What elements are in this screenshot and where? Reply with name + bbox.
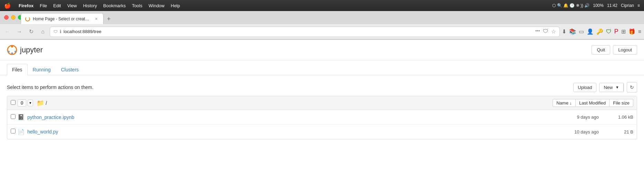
tab-files[interactable]: Files xyxy=(7,64,28,75)
file-list: 0 ▾ 📁 / Name ↓ Last Modified File size 📓… xyxy=(7,96,637,139)
file-size-python: 21 B xyxy=(606,129,633,135)
more-options-icon[interactable]: ••• xyxy=(535,28,540,35)
file-select-notebook[interactable] xyxy=(11,114,16,119)
vpn-icon[interactable]: 🛡 xyxy=(606,29,612,35)
tab-close-button[interactable]: × xyxy=(94,16,99,22)
tab-bar-container: Home Page - Select or create a × + xyxy=(0,11,644,24)
svg-point-1 xyxy=(11,46,13,48)
menubar-app[interactable]: Firefox xyxy=(16,2,36,9)
new-tab-button[interactable]: + xyxy=(104,14,114,24)
sort-modified-button[interactable]: Last Modified xyxy=(576,99,609,107)
sort-name-button[interactable]: Name ↓ xyxy=(553,99,576,107)
extensions-icon[interactable]: ⊞ xyxy=(621,28,626,35)
menubar-edit[interactable]: Edit xyxy=(50,2,64,9)
pinterest-icon[interactable]: P xyxy=(614,28,618,35)
back-button[interactable]: ← xyxy=(3,27,12,37)
file-name-notebook[interactable]: python_practice.ipynb xyxy=(27,115,544,120)
reload-button[interactable]: ↻ xyxy=(26,27,36,37)
battery-indicator: 100% xyxy=(593,3,604,8)
jupyter-logo-icon xyxy=(7,45,17,55)
browser-toolbar-icons: ⬇ 📚 ▭ 👤 🔑 🛡 P ⊞ 🎁 ≡ xyxy=(562,28,641,35)
minimize-window-button[interactable] xyxy=(11,15,16,20)
quit-button[interactable]: Quit xyxy=(592,45,610,54)
menubar-help[interactable]: Help xyxy=(168,2,183,9)
new-button[interactable]: New ▼ xyxy=(599,83,624,92)
clock: 11:42 xyxy=(607,3,617,8)
address-actions: ••• 🛡 ☆ xyxy=(535,28,556,35)
toolbar-right: Upload New ▼ ↻ xyxy=(573,82,637,92)
menubar-file[interactable]: File xyxy=(37,2,50,9)
file-date-python: 10 days ago xyxy=(544,129,599,135)
menu-icon[interactable]: ≡ xyxy=(638,29,641,35)
file-checkbox-python[interactable] xyxy=(11,129,18,135)
jupyter-header-buttons: Quit Logout xyxy=(592,45,637,54)
menubar-icons: ⬡ 🔍 🔔 🕐 ❄ )) 🔊 xyxy=(552,3,589,8)
select-all-checkbox[interactable] xyxy=(11,100,18,106)
jupyter-page: jupyter Quit Logout Files Running Cluste… xyxy=(0,40,644,185)
logout-button[interactable]: Logout xyxy=(613,45,637,54)
tab-clusters[interactable]: Clusters xyxy=(56,64,84,75)
file-date-notebook: 9 days ago xyxy=(544,115,599,120)
file-row-notebook: 📓 python_practice.ipynb 9 days ago 1.06 … xyxy=(7,110,637,125)
jupyter-logo: jupyter xyxy=(7,45,43,55)
selection-dropdown[interactable]: ▾ xyxy=(28,100,33,106)
tab-running[interactable]: Running xyxy=(28,64,56,75)
menubar: 🍎 Firefox File Edit View History Bookmar… xyxy=(0,0,644,11)
new-button-group: New ▼ xyxy=(599,83,624,92)
select-all-input[interactable] xyxy=(11,100,16,105)
upload-button[interactable]: Upload xyxy=(573,83,596,92)
python-file-icon: 📄 xyxy=(18,129,25,135)
address-bar-row: ← → ↻ ⌂ 🛡 ℹ localhost:8889/tree ••• 🛡 ☆ … xyxy=(0,24,644,39)
svg-point-4 xyxy=(14,51,17,53)
jupyter-logo-text: jupyter xyxy=(20,46,43,54)
menubar-right: ⬡ 🔍 🔔 🕐 ❄ )) 🔊 100% 11:42 Ciprian ≡ xyxy=(552,3,640,8)
sidebar-icon[interactable]: ▭ xyxy=(579,28,584,35)
file-select-python[interactable] xyxy=(11,129,16,133)
tab-title: Home Page - Select or create a xyxy=(33,17,91,21)
menu-icon[interactable]: ≡ xyxy=(637,3,640,8)
file-browser-toolbar: Select items to perform actions on them.… xyxy=(0,79,644,96)
menubar-tools[interactable]: Tools xyxy=(129,2,145,9)
profile-icon[interactable]: 👤 xyxy=(587,28,594,35)
username: Ciprian xyxy=(621,3,634,8)
info-icon: ℹ xyxy=(60,29,61,34)
selection-count: 0 xyxy=(18,99,26,107)
sort-size-button[interactable]: File size xyxy=(609,99,633,107)
star-icon[interactable]: ☆ xyxy=(551,28,556,35)
file-name-python[interactable]: hello_world.py xyxy=(27,129,544,135)
menubar-view[interactable]: View xyxy=(65,2,80,9)
library-icon[interactable]: 📚 xyxy=(569,28,576,35)
apple-menu[interactable]: 🍎 xyxy=(4,2,11,9)
svg-point-3 xyxy=(8,51,10,53)
svg-point-2 xyxy=(11,52,13,54)
bookmark-shield-icon[interactable]: 🛡 xyxy=(543,28,548,35)
jupyter-tabs: Files Running Clusters xyxy=(0,64,644,75)
download-icon[interactable]: ⬇ xyxy=(562,28,566,35)
folder-icon: 📁 xyxy=(37,99,44,107)
tab-bar: Home Page - Select or create a × + xyxy=(0,11,644,24)
active-tab[interactable]: Home Page - Select or create a × xyxy=(21,13,104,24)
menubar-history[interactable]: History xyxy=(80,2,100,9)
forward-button[interactable]: → xyxy=(14,27,24,37)
tab-spinner-icon xyxy=(25,17,30,21)
security-icon: 🛡 xyxy=(53,29,58,34)
home-button[interactable]: ⌂ xyxy=(38,27,48,37)
menubar-items: Firefox File Edit View History Bookmarks… xyxy=(16,2,183,9)
close-window-button[interactable] xyxy=(4,15,9,20)
file-row-python: 📄 hello_world.py 10 days ago 21 B xyxy=(7,125,637,139)
menubar-bookmarks[interactable]: Bookmarks xyxy=(100,2,128,9)
refresh-button[interactable]: ↻ xyxy=(627,82,637,92)
menubar-window[interactable]: Window xyxy=(146,2,167,9)
sort-buttons: Name ↓ Last Modified File size xyxy=(553,99,633,107)
url-display: localhost:8889/tree xyxy=(64,29,533,34)
gift-icon[interactable]: 🎁 xyxy=(628,28,635,35)
file-list-header: 0 ▾ 📁 / Name ↓ Last Modified File size xyxy=(7,96,637,110)
browser-chrome: Home Page - Select or create a × + ← → ↻… xyxy=(0,11,644,40)
file-checkbox-notebook[interactable] xyxy=(11,114,18,120)
traffic-lights xyxy=(4,15,22,20)
jupyter-header: jupyter Quit Logout xyxy=(0,40,644,60)
password-icon[interactable]: 🔑 xyxy=(596,28,603,35)
current-path: / xyxy=(46,100,47,106)
file-size-notebook: 1.06 kB xyxy=(606,115,633,120)
address-bar[interactable]: 🛡 ℹ localhost:8889/tree ••• 🛡 ☆ xyxy=(50,27,560,37)
